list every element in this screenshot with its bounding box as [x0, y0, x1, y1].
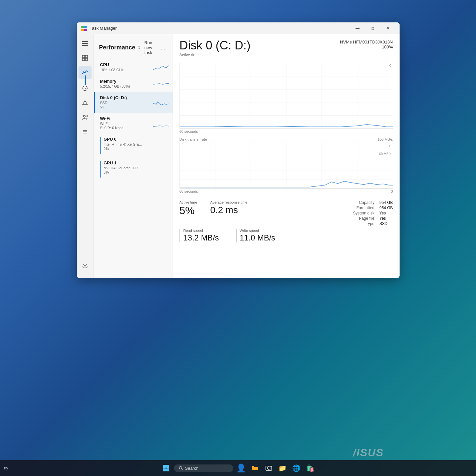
top-actions: Run new task ... [135, 39, 167, 56]
gpu1-sub2: 0% [104, 170, 142, 174]
task-manager-window: Task Manager — □ ✕ [77, 22, 400, 278]
speed-row: Read speed 13.2 MB/s Write speed 11.0 MB… [173, 229, 400, 246]
taskbar-search[interactable]: Search [174, 464, 233, 472]
svg-point-12 [83, 115, 85, 117]
perf-item-disk0[interactable]: Disk 0 (C: D:) SSD 5% [94, 92, 173, 113]
perf-item-gpu1[interactable]: GPU 1 NVIDIA GeForce RTX... 0% [94, 157, 173, 181]
start-button[interactable] [160, 462, 172, 474]
sidebar-item-startup[interactable] [78, 96, 92, 109]
taskbar-avatar[interactable]: 👤 [235, 462, 247, 474]
perf-item-gpu0[interactable]: GPU 0 Intel(R) Iris(R) Xe Gra... 0% [94, 133, 173, 157]
formatted-value: 954 GB [379, 206, 393, 210]
stats-row: Active time 5% Average response time 0.2… [173, 196, 400, 229]
sidebar-item-processes[interactable] [78, 51, 92, 65]
read-speed-item: Read speed 13.2 MB/s [180, 229, 219, 242]
svg-rect-40 [166, 465, 169, 468]
startup-icon [82, 99, 88, 106]
app-body: Performance Run new task ... [77, 34, 400, 278]
taskbar-store[interactable]: 🛍️ [304, 462, 316, 474]
model-name: NVMe HFM001TD3JX013N [340, 40, 393, 44]
perf-item-wifi[interactable]: Wi-Fi Wi-Fi S: 0 R: 0 Kbps [94, 113, 173, 133]
taskbar-camera[interactable] [263, 462, 275, 474]
gpu0-sub2: 0% [104, 147, 142, 151]
read-speed-value: 13.2 MB/s [183, 233, 219, 242]
memory-mini-graph [153, 78, 169, 89]
svg-point-11 [85, 104, 85, 104]
sidebar-title: Performance [99, 44, 135, 51]
disk-info-section: Capacity: 954 GB Formatted: 954 GB Syste… [353, 200, 393, 226]
processes-icon [82, 55, 88, 61]
avg-response-stat: Average response time 0.2 ms [210, 200, 247, 226]
taskbar-folder[interactable] [249, 462, 261, 474]
gpu1-sub1: NVIDIA GeForce RTX... [104, 166, 142, 170]
type-label: Type: [353, 221, 376, 226]
page-file-label: Page file: [353, 216, 376, 221]
maximize-button[interactable]: □ [365, 24, 380, 33]
svg-rect-41 [163, 468, 166, 471]
avg-response-label: Average response time [210, 200, 247, 204]
sidebar-item-services[interactable] [78, 260, 92, 273]
svg-rect-39 [163, 465, 166, 468]
formatted-label: Formatted: [353, 206, 376, 210]
gpu0-name: GPU 0 [104, 137, 142, 142]
graph-max-label: 0 [389, 64, 391, 68]
taskbar-files[interactable]: 📁 [277, 462, 289, 474]
svg-rect-5 [85, 55, 88, 58]
svg-point-46 [267, 467, 270, 469]
window-controls: — □ ✕ [350, 24, 396, 33]
svg-point-43 [179, 466, 182, 469]
active-time-stat: Active time 5% [180, 200, 197, 226]
write-speed-label: Write speed [240, 229, 275, 233]
type-value: SSD [379, 221, 393, 226]
model-pct: 100% [340, 44, 393, 49]
search-label: Search [185, 466, 199, 471]
cpu-mini-graph [153, 62, 169, 72]
details-icon [82, 128, 88, 135]
run-task-icon [138, 45, 140, 50]
run-task-button[interactable]: Run new task [135, 39, 157, 56]
app-icon [81, 25, 87, 32]
svg-point-47 [270, 466, 271, 467]
transfer-rate-graph: 60 MB/s 0 [180, 143, 393, 189]
sidebar-header: Performance Run new task ... [94, 34, 173, 59]
window-title: Task Manager [90, 26, 350, 31]
settings-icon [82, 263, 88, 269]
taskbar-edge[interactable]: 🌐 [291, 462, 302, 474]
svg-rect-1 [84, 26, 87, 28]
graph2-label-row: 60 seconds 0 [180, 189, 393, 193]
minimize-button[interactable]: — [350, 24, 365, 33]
page-file-value: Yes [379, 216, 393, 221]
sidebar-item-details[interactable] [78, 125, 92, 138]
graph2-time-label: 60 seconds [180, 189, 198, 193]
active-time-stat-label: Active time [180, 200, 197, 204]
capacity-value: 954 GB [379, 200, 393, 205]
close-button[interactable]: ✕ [380, 24, 396, 33]
sidebar-item-users[interactable] [78, 111, 92, 124]
capacity-label: Capacity: [353, 200, 376, 205]
main-content: Disk 0 (C: D:) Active time NVMe HFM001TD… [173, 34, 400, 278]
more-button[interactable]: ... [159, 43, 167, 52]
perf-item-memory[interactable]: Memory 5.2/15.7 GB (33%) [94, 75, 173, 92]
write-speed-item: Write speed 11.0 MB/s [236, 229, 275, 242]
svg-point-13 [86, 115, 88, 117]
taskbar: ny Search 👤 [0, 460, 476, 476]
performance-icon [82, 69, 88, 76]
transfer-rate-graph-section: 60 MB/s 0 60 seconds 0 [173, 141, 400, 196]
run-task-label: Run new task [142, 40, 154, 55]
search-icon [179, 466, 183, 470]
icon-sidebar [77, 34, 94, 278]
taskbar-left-label: ny [4, 466, 8, 470]
main-header: Disk 0 (C: D:) Active time NVMe HFM001TD… [173, 34, 400, 60]
svg-rect-42 [166, 468, 169, 471]
write-speed-value: 11.0 MB/s [240, 233, 275, 242]
disk0-mini-graph [153, 97, 169, 108]
svg-rect-3 [84, 29, 87, 31]
system-disk-label: System disk: [353, 211, 376, 215]
mid-rate-label: 60 MB/s [379, 152, 391, 156]
disk-transfer-rate-label: Disk transfer rate [180, 137, 207, 141]
disk-info-grid: Capacity: 954 GB Formatted: 954 GB Syste… [353, 200, 393, 226]
system-disk-value: Yes [379, 211, 393, 215]
sidebar-item-menu[interactable] [78, 37, 92, 50]
perf-item-cpu[interactable]: CPU 18% 1.08 GHz [94, 59, 173, 75]
svg-rect-7 [85, 58, 88, 61]
